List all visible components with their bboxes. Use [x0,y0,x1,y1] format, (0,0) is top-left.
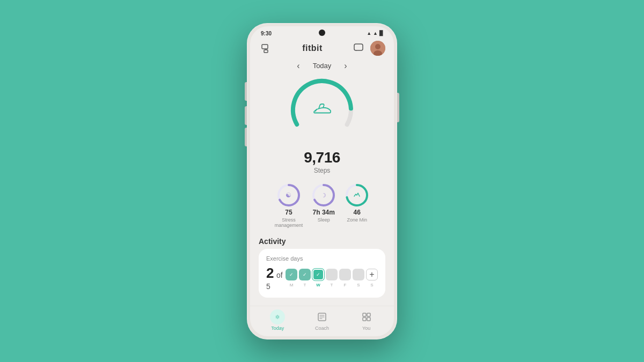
day-label-f: F [339,283,351,287]
sleep-icon: ☽ [321,191,326,198]
metrics-row: ☯ 75 Stressmanagement ☽ 7h 34m Sleep [250,181,394,235]
zone-min-metric[interactable]: 46 Zone Min [345,183,369,229]
status-time: 9:30 [261,31,272,36]
svg-rect-1 [264,50,268,53]
day-label-w: W [312,283,324,287]
devices-icon[interactable] [259,41,274,56]
stress-label: Stressmanagement [275,217,303,229]
day-label-t2: T [326,283,338,287]
svg-point-15 [277,316,279,318]
avatar[interactable] [370,41,385,56]
svg-rect-30 [363,317,366,321]
svg-point-5 [375,44,380,49]
zone-icon [353,191,361,200]
status-bar: 9:30 ▲ ▲ ▉ [250,26,394,39]
you-nav-icon [359,309,374,324]
svg-rect-0 [262,45,268,49]
signal-icon: ▲ [373,31,378,36]
phone-screen: 9:30 ▲ ▲ ▉ fitbit [250,26,394,336]
battery-icon: ▉ [379,31,383,36]
top-nav: fitbit [250,39,394,59]
stress-icon: ☯ [286,191,291,199]
svg-rect-3 [354,44,363,50]
day-label-m: M [286,283,297,287]
exercise-days-label: Exercise days [266,255,378,262]
exercise-count-display: 2 of 5 [266,265,286,291]
nav-coach[interactable]: Coach [314,309,330,331]
day-s1-bar [353,269,364,280]
today-nav-label: Today [271,326,284,331]
svg-rect-29 [367,313,370,316]
activity-card[interactable]: Exercise days 2 of 5 ✓ [259,249,385,298]
activity-section: Activity Exercise days 2 of 5 ✓ [250,235,394,302]
activity-section-title: Activity [259,237,385,246]
exercise-days-content: 2 of 5 ✓ ✓ [266,265,378,291]
svg-line-20 [276,315,277,316]
sleep-label: Sleep [318,217,330,223]
steps-ring[interactable] [287,75,357,145]
coach-nav-icon [314,309,330,324]
day-labels-row: M T W T F S S [286,283,378,287]
day-label-t: T [299,283,311,287]
phone-device: 9:30 ▲ ▲ ▉ fitbit [247,23,397,339]
day-w-bar: ✓ [312,269,324,280]
stress-value: 75 [285,209,292,216]
day-label-s2: S [366,283,378,287]
stress-ring: ☯ [276,183,301,208]
coach-nav-label: Coach [315,326,329,331]
shoe-icon [311,100,333,120]
prev-day-button[interactable]: ‹ [297,61,299,71]
exercise-current: 2 [266,265,274,281]
steps-section: 9,716 Steps [250,75,394,181]
bottom-nav: Today Coach [250,306,394,336]
zone-ring [345,183,369,208]
day-m-bar: ✓ [286,269,297,280]
day-t-bar: ✓ [299,269,311,280]
zone-label: Zone Min [347,217,368,223]
you-nav-label: You [362,326,370,331]
wifi-icon: ▲ [367,31,371,36]
add-day-button[interactable]: + [366,269,378,280]
chat-icon[interactable] [351,41,366,56]
stress-metric[interactable]: ☯ 75 Stressmanagement [275,183,303,229]
sleep-ring: ☽ [311,183,336,208]
day-t2-bar [326,269,338,280]
next-day-button[interactable]: › [344,61,347,71]
today-nav-icon [270,309,285,324]
day-f-bar [339,269,351,280]
svg-line-23 [276,317,277,318]
exercise-days-grid: ✓ ✓ ✓ [286,269,378,287]
day-bars-row: ✓ ✓ ✓ [286,269,378,280]
nav-you[interactable]: You [359,309,374,331]
svg-line-22 [279,315,279,316]
nav-today[interactable]: Today [270,309,285,331]
sleep-value: 7h 34m [313,209,335,216]
app-title: fitbit [302,43,323,53]
svg-line-21 [279,317,279,318]
svg-rect-28 [363,313,366,316]
zone-value: 46 [354,209,361,216]
svg-rect-31 [367,317,370,321]
sleep-metric[interactable]: ☽ 7h 34m Sleep [311,183,336,229]
status-icons: ▲ ▲ ▉ [367,31,383,36]
steps-label: Steps [314,167,331,174]
day-label-s1: S [353,283,364,287]
